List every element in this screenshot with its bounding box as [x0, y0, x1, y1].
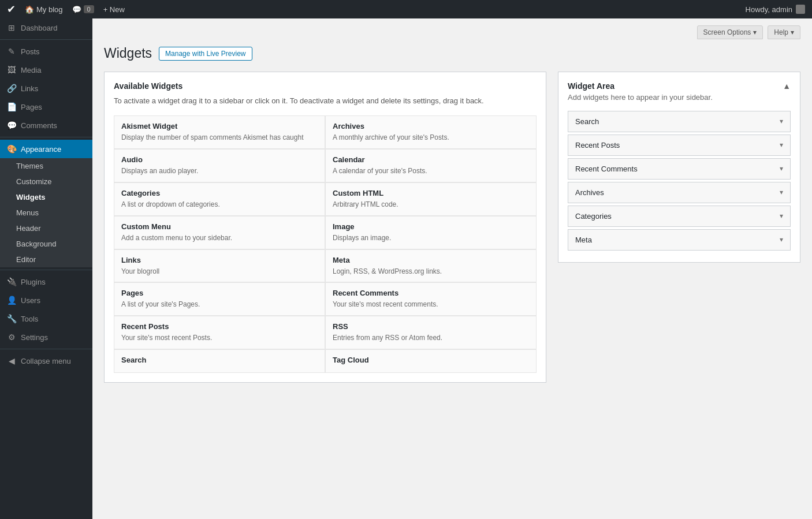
widget-custom-html[interactable]: Custom HTML Arbitrary HTML code. — [325, 182, 537, 216]
admin-bar: ✔ 🏠 My blog 💬 0 + New Howdy, admin — [0, 0, 812, 18]
available-widgets-desc: To activate a widget drag it to a sideba… — [114, 95, 537, 107]
sidebar-item-pages[interactable]: 📄 Pages — [0, 98, 92, 116]
sidebar-subitem-background[interactable]: Background — [0, 236, 92, 252]
home-icon: 🏠 — [25, 5, 34, 14]
widget-rss[interactable]: RSS Entries from any RSS or Atom feed. — [325, 316, 537, 349]
sidebar-item-media[interactable]: 🖼 Media — [0, 61, 92, 79]
sidebar-subitem-widgets[interactable]: Widgets — [0, 189, 92, 205]
widget-archives[interactable]: Archives A monthly archive of your site'… — [325, 115, 537, 149]
widget-area-item-meta[interactable]: Meta ▾ — [568, 229, 791, 251]
widget-area-desc: Add widgets here to appear in your sideb… — [568, 93, 791, 102]
widget-recent-comments[interactable]: Recent Comments Your site's most recent … — [325, 282, 537, 316]
sidebar-item-appearance[interactable]: 🎨 Appearance Themes Customize Widgets Me… — [0, 140, 92, 267]
new-content-link[interactable]: + New — [103, 5, 125, 14]
tools-icon: 🔧 — [7, 314, 16, 323]
comments-menu-icon: 💬 — [7, 121, 16, 130]
user-info[interactable]: Howdy, admin — [746, 5, 805, 14]
sidebar-item-settings[interactable]: ⚙ Settings — [0, 328, 92, 346]
users-icon: 👤 — [7, 296, 16, 305]
widget-tag-cloud[interactable]: Tag Cloud — [325, 349, 537, 373]
links-icon: 🔗 — [7, 84, 16, 93]
sidebar-item-collapse[interactable]: ◀ Collapse menu — [0, 352, 92, 370]
help-chevron-icon: ▾ — [791, 28, 794, 36]
widget-area-item-categories[interactable]: Categories ▾ — [568, 206, 791, 227]
recent-comments-widget-arrow-icon: ▾ — [780, 165, 783, 173]
meta-widget-arrow-icon: ▾ — [780, 236, 783, 244]
plugins-icon: 🔌 — [7, 277, 16, 286]
search-widget-arrow-icon: ▾ — [780, 117, 783, 125]
dashboard-icon: ⊞ — [7, 23, 16, 32]
sidebar-subitem-themes[interactable]: Themes — [0, 158, 92, 174]
widget-area-items: Search ▾ Recent Posts ▾ Recent Comments … — [568, 111, 791, 251]
collapse-icon: ◀ — [7, 356, 16, 365]
wp-logo-icon[interactable]: ✔ — [7, 3, 16, 16]
comments-link[interactable]: 💬 0 — [72, 5, 94, 14]
sidebar-subitem-editor[interactable]: Editor — [0, 252, 92, 267]
widget-area-item-archives[interactable]: Archives ▾ — [568, 182, 791, 203]
widget-recent-posts[interactable]: Recent Posts Your site's most recent Pos… — [114, 316, 325, 349]
settings-icon: ⚙ — [7, 333, 16, 342]
widget-area-collapse-icon[interactable]: ▲ — [783, 81, 791, 91]
widget-custom-menu[interactable]: Custom Menu Add a custom menu to your si… — [114, 216, 325, 249]
recent-posts-widget-arrow-icon: ▾ — [780, 141, 783, 149]
widgets-grid: Akismet Widget Display the number of spa… — [114, 115, 537, 373]
widgets-content: Available Widgets To activate a widget d… — [104, 72, 800, 383]
sidebar-subitem-menus[interactable]: Menus — [0, 205, 92, 221]
sidebar-item-posts[interactable]: ✎ Posts — [0, 42, 92, 61]
widget-audio[interactable]: Audio Displays an audio player. — [114, 149, 325, 182]
sidebar-item-links[interactable]: 🔗 Links — [0, 79, 92, 98]
manage-preview-button[interactable]: Manage with Live Preview — [159, 47, 252, 61]
help-button[interactable]: Help ▾ — [768, 25, 800, 39]
media-icon: 🖼 — [7, 65, 16, 74]
widget-area-title: Widget Area — [568, 81, 614, 91]
sidebar-subitem-customize[interactable]: Customize — [0, 174, 92, 189]
widget-akismet[interactable]: Akismet Widget Display the number of spa… — [114, 115, 325, 149]
pages-icon: 📄 — [7, 102, 16, 111]
widget-area-box: Widget Area ▲ Add widgets here to appear… — [558, 72, 800, 263]
sidebar-item-plugins[interactable]: 🔌 Plugins — [0, 272, 92, 291]
sidebar: ⊞ Dashboard ✎ Posts 🖼 Media 🔗 — [0, 18, 92, 519]
posts-icon: ✎ — [7, 47, 16, 56]
categories-widget-arrow-icon: ▾ — [780, 212, 783, 220]
widget-area-item-recent-comments[interactable]: Recent Comments ▾ — [568, 158, 791, 180]
avatar — [796, 5, 805, 14]
sidebar-item-users[interactable]: 👤 Users — [0, 291, 92, 309]
widget-links[interactable]: Links Your blogroll — [114, 249, 325, 283]
widget-meta[interactable]: Meta Login, RSS, & WordPress.org links. — [325, 249, 537, 283]
chevron-down-icon: ▾ — [753, 28, 757, 36]
available-widgets-title: Available Widgets — [114, 81, 537, 91]
screen-options-button[interactable]: Screen Options ▾ — [697, 25, 763, 39]
site-name-link[interactable]: 🏠 My blog — [25, 5, 63, 14]
widget-calendar[interactable]: Calendar A calendar of your site's Posts… — [325, 149, 537, 182]
widget-image[interactable]: Image Displays an image. — [325, 216, 537, 249]
widget-area-item-recent-posts[interactable]: Recent Posts ▾ — [568, 135, 791, 156]
appearance-icon: 🎨 — [7, 144, 16, 154]
sidebar-subitem-header[interactable]: Header — [0, 221, 92, 236]
widget-area-item-search[interactable]: Search ▾ — [568, 111, 791, 132]
sidebar-item-dashboard[interactable]: ⊞ Dashboard — [0, 18, 92, 37]
sidebar-item-comments[interactable]: 💬 Comments — [0, 116, 92, 135]
page-title: Widgets — [104, 45, 152, 62]
widget-area-header: Widget Area ▲ — [568, 81, 791, 91]
widget-search[interactable]: Search — [114, 349, 325, 373]
comment-icon: 💬 — [72, 5, 81, 14]
available-widgets-panel: Available Widgets To activate a widget d… — [104, 72, 546, 383]
widget-pages[interactable]: Pages A list of your site's Pages. — [114, 282, 325, 316]
archives-widget-arrow-icon: ▾ — [780, 188, 783, 196]
screen-options-bar: Screen Options ▾ Help ▾ — [104, 25, 800, 39]
widget-categories[interactable]: Categories A list or dropdown of categor… — [114, 182, 325, 216]
sidebar-item-tools[interactable]: 🔧 Tools — [0, 309, 92, 328]
main-content: Screen Options ▾ Help ▾ Widgets Manage w… — [92, 18, 812, 519]
page-title-area: Widgets Manage with Live Preview — [104, 45, 800, 62]
widget-area-panel: Widget Area ▲ Add widgets here to appear… — [558, 72, 800, 383]
